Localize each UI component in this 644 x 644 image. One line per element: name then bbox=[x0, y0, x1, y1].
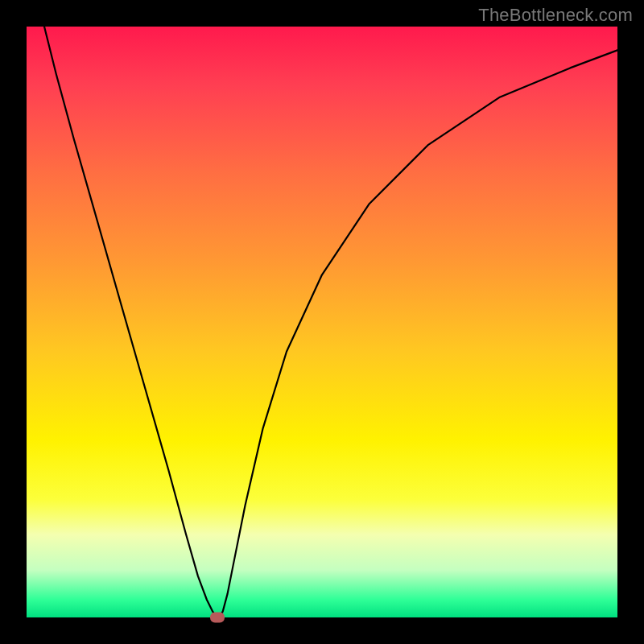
chart-container: TheBottleneck.com bbox=[0, 0, 644, 644]
optimal-point-marker bbox=[210, 613, 225, 623]
plot-area bbox=[27, 27, 617, 617]
watermark-text: TheBottleneck.com bbox=[478, 5, 633, 26]
bottleneck-curve bbox=[27, 27, 617, 617]
